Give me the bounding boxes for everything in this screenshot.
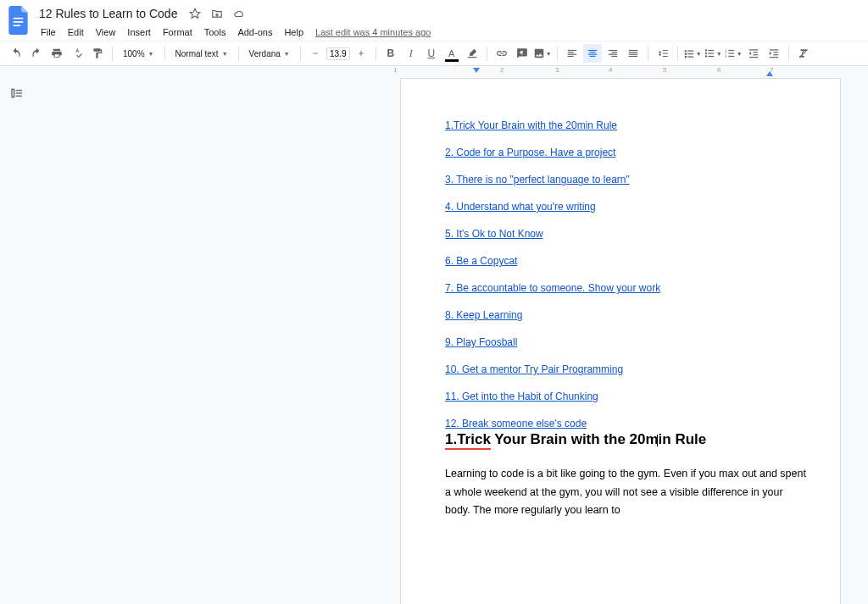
- svg-point-25: [705, 49, 707, 51]
- svg-rect-0: [14, 18, 24, 19]
- text-cursor: [657, 435, 658, 446]
- outline-panel: [0, 66, 34, 604]
- menu-view[interactable]: View: [91, 25, 121, 39]
- svg-rect-46: [12, 89, 14, 97]
- svg-rect-18: [611, 52, 617, 53]
- zoom-select[interactable]: 100%▼: [118, 47, 159, 60]
- bulleted-list-button[interactable]: ▼: [704, 44, 722, 63]
- menu-tools[interactable]: Tools: [199, 25, 231, 39]
- first-line-indent-marker[interactable]: [473, 68, 480, 73]
- checklist-button[interactable]: ▼: [683, 44, 702, 63]
- toc-link[interactable]: 7. Be accountable to someone. Show your …: [445, 282, 806, 294]
- line-spacing-button[interactable]: [654, 44, 672, 63]
- clear-formatting-button[interactable]: [794, 44, 813, 63]
- svg-rect-30: [708, 56, 714, 57]
- svg-rect-1: [14, 21, 24, 23]
- ruler-tick: 1: [393, 66, 397, 74]
- document-title[interactable]: 12 Rules to Learn to Code: [36, 7, 181, 20]
- menu-bar: File Edit View Insert Format Tools Add-o…: [36, 24, 861, 41]
- docs-logo-icon[interactable]: [7, 5, 31, 36]
- font-select[interactable]: Verdana▼: [244, 47, 295, 60]
- ruler-tick: 3: [555, 66, 559, 74]
- right-indent-marker[interactable]: [766, 71, 773, 76]
- align-center-button[interactable]: [583, 44, 602, 63]
- svg-rect-36: [728, 56, 734, 57]
- toc-link[interactable]: 8. Keep Learning: [445, 309, 806, 321]
- highlight-color-button[interactable]: [463, 44, 481, 63]
- move-icon[interactable]: [209, 6, 225, 21]
- outline-toggle-icon[interactable]: [7, 83, 27, 103]
- ruler-tick: 4: [609, 66, 612, 74]
- svg-rect-44: [770, 57, 779, 58]
- menu-file[interactable]: File: [36, 25, 61, 39]
- body-paragraph[interactable]: Learning to code is a bit like going to …: [445, 465, 806, 519]
- svg-rect-41: [770, 49, 779, 50]
- numbered-list-button[interactable]: 123▼: [724, 44, 743, 63]
- toc-link[interactable]: 9. Play Foosball: [445, 336, 806, 348]
- insert-link-button[interactable]: [492, 44, 511, 63]
- text-color-button[interactable]: A: [442, 44, 461, 63]
- toc-link[interactable]: 4. Understand what you're writing: [445, 201, 806, 213]
- spellcheck-button[interactable]: [68, 44, 86, 63]
- svg-rect-22: [629, 52, 638, 53]
- svg-rect-12: [568, 56, 574, 57]
- svg-line-45: [799, 49, 807, 57]
- svg-rect-20: [611, 56, 617, 57]
- svg-rect-23: [629, 54, 638, 55]
- toc-link[interactable]: 11. Get into the Habit of Chunking: [445, 391, 806, 402]
- underline-button[interactable]: U: [422, 44, 441, 63]
- svg-rect-40: [749, 57, 759, 58]
- star-icon[interactable]: [187, 6, 203, 21]
- ruler[interactable]: 1 2 3 4 5 6 7: [0, 66, 868, 78]
- paragraph-style-select[interactable]: Normal text▼: [170, 47, 233, 60]
- svg-rect-34: [728, 50, 734, 51]
- svg-rect-10: [568, 52, 574, 53]
- toc-link[interactable]: 12. Break someone else's code: [445, 418, 806, 429]
- align-right-button[interactable]: [604, 44, 622, 63]
- svg-point-27: [705, 55, 707, 57]
- svg-text:3: 3: [725, 55, 726, 58]
- ruler-tick: 2: [500, 66, 504, 74]
- page[interactable]: 1.Trick Your Brain with the 20min Rule 2…: [400, 78, 841, 604]
- menu-edit[interactable]: Edit: [63, 25, 89, 39]
- font-size-input[interactable]: 13.9: [326, 47, 350, 60]
- italic-button[interactable]: I: [402, 44, 420, 63]
- decrease-indent-button[interactable]: [744, 44, 763, 63]
- align-left-button[interactable]: [563, 44, 581, 63]
- last-edit-link[interactable]: Last edit was 4 minutes ago: [315, 27, 431, 37]
- menu-addons[interactable]: Add-ons: [232, 25, 277, 39]
- align-justify-button[interactable]: [624, 44, 643, 63]
- menu-insert[interactable]: Insert: [122, 25, 156, 39]
- print-button[interactable]: [47, 44, 66, 63]
- svg-rect-42: [773, 52, 778, 53]
- toc-link[interactable]: 10. Get a mentor Try Pair Programming: [445, 363, 806, 375]
- toc-link[interactable]: 1.Trick Your Brain with the 20min Rule: [445, 119, 806, 131]
- svg-text:1: 1: [725, 49, 726, 53]
- svg-rect-2: [14, 25, 21, 26]
- svg-text:2: 2: [725, 52, 726, 55]
- zoom-value: 100%: [123, 49, 145, 58]
- svg-marker-3: [191, 8, 201, 18]
- toc-link[interactable]: 6. Be a Copycat: [445, 255, 806, 267]
- undo-button[interactable]: [7, 44, 25, 63]
- bold-button[interactable]: B: [381, 44, 400, 63]
- toc-link[interactable]: 2. Code for a Purpose. Have a project: [445, 147, 806, 158]
- add-comment-button[interactable]: [513, 44, 531, 63]
- font-size-decrease-button[interactable]: [306, 44, 325, 63]
- toc-link[interactable]: 5. It's Ok to Not Know: [445, 228, 806, 240]
- svg-rect-9: [568, 50, 577, 51]
- section-heading[interactable]: 1.Trick Your Brain with the 20min Rule: [445, 431, 806, 450]
- document-canvas[interactable]: 1.Trick Your Brain with the 20min Rule 2…: [34, 66, 868, 604]
- paint-format-button[interactable]: [88, 44, 107, 63]
- font-size-increase-button[interactable]: [352, 44, 370, 63]
- menu-help[interactable]: Help: [279, 25, 309, 39]
- insert-image-button[interactable]: ▼: [533, 44, 552, 63]
- menu-format[interactable]: Format: [158, 25, 198, 39]
- svg-rect-17: [609, 50, 618, 51]
- increase-indent-button[interactable]: [765, 44, 783, 63]
- cloud-status-icon[interactable]: [231, 6, 247, 21]
- svg-rect-38: [753, 52, 758, 53]
- redo-button[interactable]: [27, 44, 46, 63]
- toc-link[interactable]: 3. There is no "perfect language to lear…: [445, 174, 806, 186]
- ruler-tick: 6: [717, 66, 721, 74]
